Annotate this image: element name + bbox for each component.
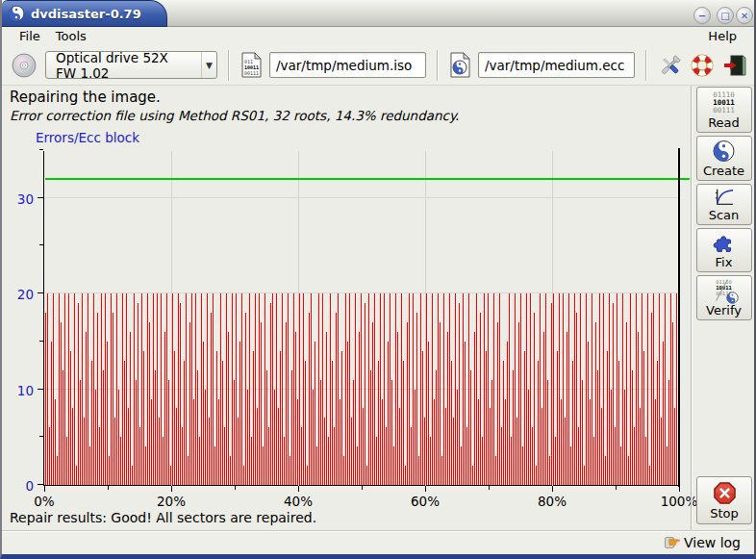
window-title-tab[interactable]: dvdisaster-0.79 [2,0,167,27]
drive-selector-value: Optical drive 52X FW 1.02 [46,50,201,81]
menu-file[interactable]: File [12,28,48,44]
svg-text:00111: 00111 [244,70,259,76]
verify-button[interactable]: 01110 10011 00111 Verify [696,275,752,320]
errors-chart: Errors/Ecc block 01020300%20%40%60%80%10… [2,125,691,510]
create-button[interactable]: Create [696,136,752,181]
binary-yinyang-check-icon: 01110 10011 00111 [712,279,737,302]
fix-button[interactable]: Fix [696,228,752,272]
x-axis-tick-label: 40% [277,494,319,509]
drive-selector[interactable]: Optical drive 52X FW 1.02 ▼ [45,51,217,79]
ecc-file-input[interactable] [478,52,635,78]
horizontal-gridline [45,197,679,198]
limit-line [45,178,690,180]
toolbar-separator [645,50,647,81]
x-axis-major-tick [44,486,45,492]
scan-button[interactable]: Scan [696,184,752,225]
view-log-label: View log [684,535,741,550]
create-label: Create [703,164,744,178]
x-axis-major-tick [171,486,172,492]
menu-help[interactable]: Help [700,28,744,44]
pointing-hand-icon: ☛ [668,534,681,551]
x-axis-tick-label: 0% [23,494,65,509]
status-heading: Repairing the image. Error correction fi… [10,89,683,123]
y-axis-major-tick [38,292,43,293]
x-axis-major-tick [298,486,299,492]
menu-bar: File Tools Help [2,27,754,45]
scan-label: Scan [709,208,740,222]
minimize-button[interactable]: − [693,7,711,24]
status-line2: Error correction file using Method RS01,… [10,108,683,123]
y-axis-tick-label: 20 [1,287,34,302]
read-label: Read [708,115,740,130]
plot-area: 01020300%20%40%60%80%100% [43,151,678,486]
sidebar-separator [691,86,693,531]
y-axis-minor-tick [39,341,43,342]
fix-label: Fix [716,255,733,269]
chart-bar [534,313,535,485]
puzzle-piece-icon [712,232,737,254]
x-axis-tick-label: 60% [404,494,446,509]
close-button[interactable]: ✕ [736,7,753,24]
toolbar-separator [228,50,230,81]
x-axis-minor-tick [108,486,109,490]
y-axis-major-tick [38,197,43,198]
stop-label: Stop [710,506,739,521]
cd-disc-icon [10,51,38,80]
toolbar: Optical drive 52X FW 1.02 ▼ 011 10011 00… [2,45,754,86]
menu-tools[interactable]: Tools [48,28,94,44]
x-axis-minor-tick [235,486,236,490]
y-axis-minor-tick [39,244,43,245]
chart-bar [647,293,648,485]
ecc-file-icon [449,52,471,78]
footer-bar: ☛ View log [2,530,754,554]
preferences-tools-icon[interactable] [658,53,683,78]
view-log-button[interactable]: ☛ View log [665,534,741,551]
y-axis-tick-label: 30 [1,191,34,207]
binary-digits-icon: 01110 10011 00111 [713,91,735,114]
y-axis-minor-tick [39,436,43,437]
x-axis-minor-tick [616,486,617,490]
chart-bar [74,293,75,485]
repair-result-text: Repair results: Good! All sectors are re… [10,510,316,525]
x-axis-minor-tick [362,486,363,490]
maximize-button[interactable]: □ [717,7,734,24]
x-axis-tick-label: 20% [150,494,192,509]
x-axis-major-tick [552,486,553,492]
window-title: dvdisaster-0.79 [31,7,141,21]
horizontal-gridline [45,389,679,390]
yin-yang-icon [712,140,736,163]
chart-bar [241,293,242,485]
horizontal-gridline [45,292,679,293]
x-axis-tick-label: 80% [531,494,573,509]
stop-octagon-icon [713,481,737,505]
image-file-icon: 011 10011 00111 [240,52,263,78]
progress-cursor-line [678,148,680,487]
app-window: dvdisaster-0.79 − □ ✕ File Tools Help [0,0,756,559]
curve-graph-icon [713,188,736,207]
app-logo-yinyang-icon [8,5,25,22]
chart-bar [365,303,365,485]
chevron-down-icon[interactable]: ▼ [201,52,216,78]
x-axis-major-tick [679,486,680,492]
toolbar-separator [437,50,439,81]
y-axis-major-tick [38,484,43,485]
x-axis-minor-tick [489,486,490,490]
chart-title: Errors/Ecc block [36,130,139,145]
read-button[interactable]: 01110 10011 00111 Read [696,87,752,133]
chart-bar [130,332,131,485]
y-axis-tick-label: 0 [1,478,34,494]
stop-button[interactable]: Stop [696,476,752,524]
help-lifebuoy-icon[interactable] [690,53,715,78]
status-line1: Repairing the image. [10,89,683,106]
image-file-input[interactable] [269,52,426,78]
y-axis-minor-tick [39,149,43,150]
quit-exit-icon[interactable] [721,53,746,78]
y-axis-tick-label: 10 [1,383,34,398]
x-axis-major-tick [425,486,426,492]
title-bar[interactable]: dvdisaster-0.79 − □ ✕ [2,0,754,27]
verify-label: Verify [706,303,742,318]
action-sidebar: 01110 10011 00111 Read Create Scan [693,87,754,531]
y-axis-major-tick [38,389,43,390]
